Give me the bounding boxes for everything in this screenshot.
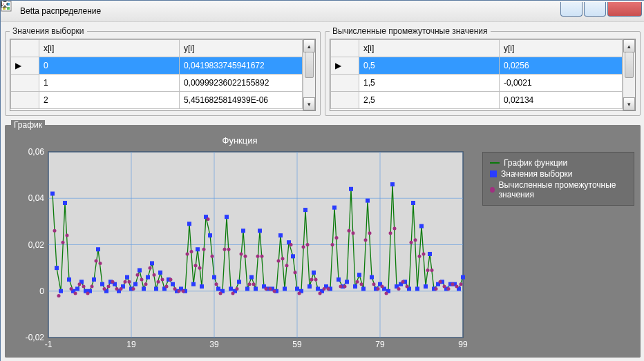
titlebar[interactable]: Betta распределение bbox=[1, 1, 644, 22]
scroll-thumb[interactable] bbox=[625, 52, 634, 78]
svg-point-197 bbox=[323, 287, 326, 291]
table-row[interactable]: ▶ 0,5 0,0256 bbox=[331, 57, 623, 75]
svg-rect-66 bbox=[191, 282, 196, 286]
svg-rect-131 bbox=[461, 275, 465, 280]
svg-rect-81 bbox=[254, 286, 258, 291]
svg-point-167 bbox=[198, 266, 202, 270]
svg-rect-95 bbox=[312, 271, 316, 275]
svg-point-156 bbox=[153, 273, 156, 277]
svg-rect-104 bbox=[349, 187, 353, 191]
legend-item: График функции bbox=[490, 158, 627, 168]
intermediate-values-grid[interactable]: x[i] y[i] ▶ 0,5 0,0256 1,5 bbox=[330, 39, 636, 111]
svg-point-133 bbox=[57, 294, 61, 297]
svg-point-176 bbox=[236, 287, 239, 291]
chart-area[interactable]: Функция -11939597999-0,0200,020,040,06 bbox=[11, 134, 468, 354]
svg-rect-65 bbox=[187, 222, 191, 226]
svg-point-224 bbox=[435, 287, 438, 291]
svg-point-172 bbox=[219, 292, 222, 295]
svg-point-192 bbox=[302, 245, 305, 248]
svg-point-219 bbox=[414, 238, 417, 242]
minimize-button[interactable] bbox=[560, 2, 583, 17]
svg-rect-32 bbox=[50, 192, 55, 196]
svg-rect-42 bbox=[92, 277, 96, 282]
col-y[interactable]: y[i] bbox=[499, 40, 622, 57]
table-row[interactable]: ▶ 0 0,0419833745941672 bbox=[11, 57, 303, 75]
svg-point-184 bbox=[269, 287, 272, 291]
scroll-thumb[interactable] bbox=[305, 52, 314, 78]
svg-text:39: 39 bbox=[209, 340, 219, 349]
svg-point-183 bbox=[265, 287, 268, 291]
svg-rect-123 bbox=[428, 252, 432, 256]
svg-rect-91 bbox=[295, 286, 299, 291]
scroll-up-button[interactable]: ▴ bbox=[623, 39, 635, 52]
svg-rect-75 bbox=[229, 286, 233, 291]
svg-point-179 bbox=[248, 282, 252, 286]
svg-rect-122 bbox=[424, 284, 428, 289]
svg-point-144 bbox=[103, 287, 106, 291]
sample-values-panel: Значения выборки x[i] y[i] ▶ 0 bbox=[5, 26, 321, 116]
square-swatch-icon bbox=[490, 170, 497, 177]
svg-rect-35 bbox=[63, 201, 67, 205]
table-row[interactable]: 2,5 0,02134 bbox=[331, 92, 623, 109]
svg-rect-114 bbox=[390, 182, 395, 186]
svg-point-182 bbox=[261, 255, 264, 258]
table-row[interactable]: 1 0,00999236022155892 bbox=[11, 75, 303, 92]
col-x[interactable]: x[i] bbox=[359, 40, 500, 57]
chart-legend: График функции Значения выборки Вычислен… bbox=[482, 152, 634, 354]
svg-rect-90 bbox=[291, 254, 295, 258]
svg-rect-94 bbox=[307, 284, 312, 289]
svg-point-191 bbox=[298, 292, 301, 295]
col-y[interactable]: y[i] bbox=[179, 40, 302, 57]
sample-values-grid[interactable]: x[i] y[i] ▶ 0 0,0419833745941672 1 bbox=[10, 39, 316, 111]
table-row[interactable]: 1,5 -0,0021 bbox=[331, 75, 623, 92]
svg-rect-44 bbox=[100, 282, 104, 286]
svg-rect-105 bbox=[353, 284, 357, 289]
svg-point-141 bbox=[91, 285, 94, 289]
svg-rect-70 bbox=[208, 233, 212, 237]
svg-point-202 bbox=[343, 285, 347, 289]
vertical-scrollbar[interactable]: ▴ ▾ bbox=[303, 39, 315, 110]
svg-text:99: 99 bbox=[458, 340, 468, 349]
client-area: Значения выборки x[i] y[i] ▶ 0 bbox=[1, 22, 644, 361]
scroll-down-button[interactable]: ▾ bbox=[623, 97, 635, 110]
svg-point-187 bbox=[281, 257, 285, 260]
svg-rect-119 bbox=[411, 201, 415, 205]
close-button[interactable] bbox=[607, 2, 642, 17]
svg-text:0,06: 0,06 bbox=[28, 147, 45, 157]
svg-point-190 bbox=[294, 271, 297, 274]
dot-swatch-icon bbox=[490, 187, 495, 193]
table-header-row: x[i] y[i] bbox=[11, 40, 303, 57]
row-indicator-icon: ▶ bbox=[11, 57, 39, 75]
svg-point-175 bbox=[231, 292, 235, 295]
svg-point-158 bbox=[161, 277, 164, 281]
svg-point-200 bbox=[335, 236, 339, 240]
svg-point-150 bbox=[128, 280, 131, 284]
legend-item: Вычисленные промежуточные значения bbox=[490, 180, 627, 199]
svg-rect-77 bbox=[237, 280, 241, 284]
scroll-up-button[interactable]: ▴ bbox=[303, 39, 315, 52]
svg-point-230 bbox=[460, 282, 463, 286]
svg-point-169 bbox=[207, 217, 210, 221]
svg-point-160 bbox=[169, 277, 173, 281]
svg-text:59: 59 bbox=[292, 340, 302, 349]
svg-point-159 bbox=[165, 285, 169, 289]
svg-point-198 bbox=[327, 287, 330, 291]
svg-point-215 bbox=[397, 287, 401, 291]
table-row[interactable]: 2 5,4516825814939E-06 bbox=[11, 92, 303, 109]
maximize-button[interactable] bbox=[584, 2, 606, 17]
svg-rect-71 bbox=[212, 275, 216, 280]
svg-point-181 bbox=[256, 255, 260, 258]
svg-text:-0,02: -0,02 bbox=[26, 333, 45, 342]
col-x[interactable]: x[i] bbox=[39, 40, 180, 57]
svg-text:0,04: 0,04 bbox=[28, 193, 45, 203]
svg-point-162 bbox=[178, 289, 181, 293]
svg-rect-120 bbox=[415, 286, 419, 291]
svg-point-143 bbox=[99, 262, 102, 265]
svg-rect-33 bbox=[55, 266, 59, 270]
svg-rect-43 bbox=[96, 247, 100, 251]
svg-point-166 bbox=[194, 264, 198, 267]
vertical-scrollbar[interactable]: ▴ ▾ bbox=[623, 39, 635, 110]
scroll-down-button[interactable]: ▾ bbox=[303, 97, 315, 110]
svg-point-174 bbox=[227, 248, 231, 251]
svg-point-177 bbox=[240, 252, 243, 255]
